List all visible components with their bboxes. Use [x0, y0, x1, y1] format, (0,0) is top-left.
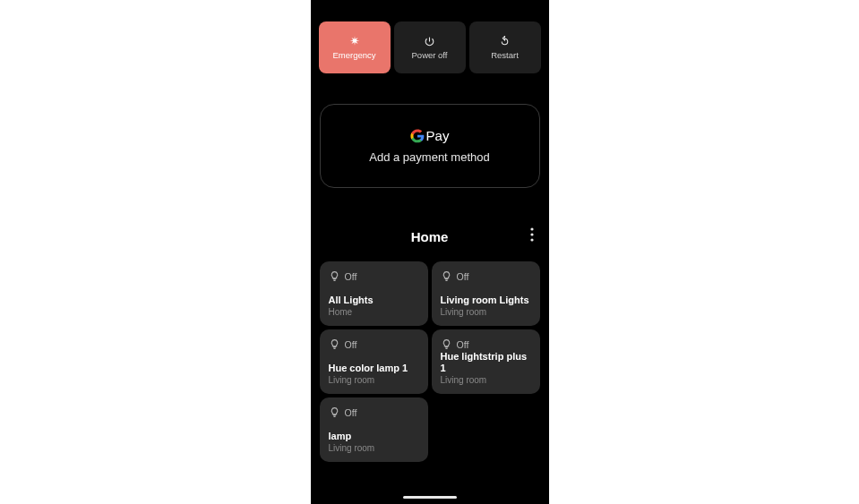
- tile-name: lamp: [329, 431, 419, 442]
- tile-location: Living room: [329, 375, 419, 385]
- google-g-icon: [410, 129, 425, 143]
- device-tile[interactable]: Off Living room Lights Living room: [432, 261, 540, 326]
- home-header: Home: [315, 224, 545, 249]
- svg-point-2: [530, 238, 533, 241]
- power-icon: [424, 36, 435, 47]
- bulb-icon: [329, 270, 340, 282]
- tile-state: Off: [345, 271, 357, 282]
- more-vert-icon: [530, 227, 534, 242]
- gpay-brand-text: Pay: [426, 128, 450, 143]
- tile-location: Living room: [441, 375, 531, 385]
- svg-point-1: [530, 233, 533, 235]
- device-tile[interactable]: Off Hue lightstrip plus 1 Living room: [432, 329, 540, 394]
- gpay-card[interactable]: Pay Add a payment method: [320, 104, 540, 188]
- restart-icon: [499, 36, 511, 47]
- tile-location: Living room: [441, 307, 531, 317]
- gesture-handle[interactable]: [403, 496, 457, 499]
- phone-screen: Emergency Power off Restart Pay Add a pa: [311, 0, 549, 504]
- gpay-logo: Pay: [410, 128, 450, 143]
- tile-name: All Lights: [329, 295, 419, 306]
- asterisk-icon: [348, 35, 361, 47]
- device-tile[interactable]: Off Hue color lamp 1 Living room: [320, 329, 428, 394]
- tile-name: Hue lightstrip plus 1: [441, 351, 531, 374]
- tile-name: Hue color lamp 1: [329, 363, 419, 374]
- device-tiles: Off All Lights Home Off Living room Ligh…: [315, 261, 545, 462]
- power-off-label: Power off: [412, 50, 448, 60]
- tile-location: Living room: [329, 443, 419, 453]
- tile-state: Off: [345, 339, 357, 350]
- bulb-icon: [441, 270, 452, 282]
- tile-location: Home: [329, 307, 419, 317]
- bulb-icon: [441, 338, 452, 350]
- home-title: Home: [411, 229, 449, 244]
- tile-name: Living room Lights: [441, 295, 531, 306]
- svg-point-0: [530, 227, 533, 230]
- power-off-button[interactable]: Power off: [394, 21, 466, 73]
- device-tile[interactable]: Off All Lights Home: [320, 261, 428, 326]
- tile-state: Off: [457, 339, 469, 350]
- restart-label: Restart: [491, 50, 519, 60]
- bulb-icon: [329, 338, 340, 350]
- emergency-button[interactable]: Emergency: [319, 21, 391, 73]
- tile-state: Off: [457, 271, 469, 282]
- bulb-icon: [329, 406, 340, 418]
- emergency-label: Emergency: [332, 50, 375, 60]
- tile-state: Off: [345, 407, 357, 418]
- more-button[interactable]: [527, 224, 537, 249]
- restart-button[interactable]: Restart: [469, 21, 541, 73]
- device-tile[interactable]: Off lamp Living room: [320, 397, 428, 462]
- gpay-prompt: Add a payment method: [369, 150, 489, 164]
- power-menu: Emergency Power off Restart: [315, 0, 545, 73]
